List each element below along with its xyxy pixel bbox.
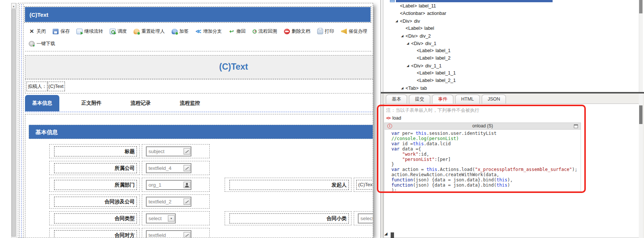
- tree-item-name: label_1_1: [435, 70, 456, 76]
- code-segment: "personList": [402, 157, 435, 162]
- maximize-icon[interactable]: [574, 124, 578, 128]
- tree-item-tag: <Label>: [417, 48, 434, 53]
- inspector-tab[interactable]: 基本: [386, 95, 407, 104]
- drafter-label[interactable]: 拟稿人：: [26, 82, 48, 91]
- code-segment: }: [391, 162, 394, 167]
- drafter-value[interactable]: (C)Text: [47, 82, 65, 91]
- select-input[interactable]: select: [358, 213, 373, 223]
- field-label-cell: 所属部门: [49, 178, 140, 192]
- tree-item[interactable]: <Div>div_1_1: [381, 62, 639, 69]
- tree-item[interactable]: <Label>label_1: [381, 47, 639, 54]
- text-input[interactable]: textfield_2: [146, 197, 191, 207]
- form-tab[interactable]: 流程监控: [173, 95, 207, 111]
- form-designer-screen: ▲ (C)Text 关闭保存继续流转调度重置处理人加签增加分支撤回流程回溯删除文…: [0, 0, 644, 238]
- tree-item-name: label_2: [435, 55, 450, 61]
- code-editor-header: onload (S): [384, 123, 581, 130]
- tree-item-tag: <Label>: [400, 3, 417, 9]
- tree-item-tag: <Div>: [411, 41, 423, 46]
- expand-icon[interactable]: [399, 32, 406, 40]
- tree-item-name: div_1_1: [425, 63, 442, 69]
- expand-icon[interactable]: [399, 84, 406, 92]
- code-editor-title: onload (S): [385, 123, 581, 129]
- field-label-cell: 合同涉及公司: [49, 194, 140, 209]
- code-segment: :id,: [418, 152, 429, 157]
- event-item-label: load: [392, 115, 401, 121]
- form-tab[interactable]: 基本信息: [25, 95, 59, 111]
- tree-item-name: div_2: [420, 34, 431, 39]
- tree-item[interactable]: <Label>label_2_1: [381, 77, 639, 84]
- form-field-row: 标题 subject: [25, 144, 373, 158]
- selection-dashed-border: [23, 4, 24, 238]
- form-tab[interactable]: 正文附件: [74, 95, 109, 111]
- code-segment: id =: [400, 141, 413, 146]
- inspector-tab[interactable]: HTML: [455, 95, 480, 104]
- tree-item[interactable]: <Label>label_1_1: [381, 69, 639, 77]
- ctext-label[interactable]: (C)Text: [356, 180, 373, 190]
- tree-scrollbar-thumb[interactable]: [639, 0, 643, 13]
- tree-item-name: label: [424, 26, 434, 31]
- tree-item[interactable]: <Label>label: [381, 25, 639, 32]
- field-value: textfield: [149, 232, 166, 238]
- code-line: //console.log(personList): [391, 136, 581, 142]
- field-input-cell: textfield: [142, 228, 210, 238]
- tree-item-tag: <Div>: [406, 34, 418, 39]
- org-input[interactable]: org_1: [146, 180, 191, 190]
- text-input[interactable]: textfield_4: [146, 163, 191, 173]
- tree-item-name: label_1: [435, 48, 450, 53]
- tree-item[interactable]: <Div>div_1: [381, 39, 639, 47]
- selection-dashed-border: [19, 4, 20, 238]
- document-title-label[interactable]: (C)Text: [25, 55, 373, 79]
- tree-item-tag: <Actionbar>: [400, 11, 425, 16]
- edit-icon: [184, 148, 190, 155]
- code-segment: function: [391, 183, 413, 188]
- tab-page-container: 基本信息 标题 subject: [25, 114, 373, 238]
- code-line: );: [391, 188, 581, 193]
- tree-item[interactable]: <Label>label_11: [381, 2, 639, 10]
- form-preview-window: (C)Text 关闭保存继续流转调度重置处理人加签增加分支撤回流程回溯删除文档打…: [18, 3, 373, 238]
- inspector-tab[interactable]: 事件: [432, 95, 453, 104]
- field-input-cell: org_1: [142, 178, 210, 192]
- code-editor-body[interactable]: var per= this.session.user.identityList/…: [384, 130, 581, 193]
- event-item-load[interactable]: load: [386, 115, 401, 121]
- field-label: 合同对方: [54, 230, 137, 238]
- tree-item[interactable]: <Div>div_2: [381, 32, 639, 39]
- inspector-tab[interactable]: JSON: [482, 95, 506, 104]
- code-line: }: [391, 162, 581, 167]
- code-segment: per=: [400, 131, 416, 136]
- tree-item-tag: <Div>: [411, 63, 423, 69]
- code-line: function(json) {data = json.data}.bind(t…: [391, 178, 581, 183]
- field-value: org_1: [149, 182, 162, 188]
- code-segment: "x_processplatform_assemble_surface": [475, 167, 572, 172]
- field-label-cell: 发起人: [225, 178, 351, 192]
- tree-item[interactable]: <Actionbar>actionbar: [381, 10, 639, 17]
- inspector-scrollbar-thumb[interactable]: [639, 105, 643, 124]
- form-tab[interactable]: 流程记录: [124, 95, 158, 111]
- inspector-tab[interactable]: 提交: [409, 95, 430, 104]
- element-tree: <Label>label_11<Actionbar>actionbar<Div>…: [381, 2, 639, 92]
- text-input[interactable]: subject: [146, 146, 191, 156]
- expand-icon[interactable]: [404, 39, 411, 47]
- scroll-up-icon[interactable]: ▲: [11, 3, 16, 9]
- form-canvas: (C)Text 拟稿人： (C)Text 基本信息正文附件流程记录流程监控 基本…: [25, 3, 373, 238]
- field-label: 合同小类: [229, 213, 349, 223]
- tree-scrollbar[interactable]: [639, 0, 643, 92]
- expand-icon[interactable]: [404, 62, 411, 70]
- tree-item-tag: <Label>: [417, 70, 434, 76]
- select-input[interactable]: select: [146, 213, 176, 223]
- tree-item-tag: <Label>: [417, 78, 434, 83]
- tree-item[interactable]: <Tab>tab: [381, 84, 639, 92]
- dropdown-icon[interactable]: [168, 215, 175, 222]
- tree-item-tag: <Label>: [417, 55, 434, 61]
- text-input[interactable]: textfield: [146, 230, 191, 238]
- tree-item[interactable]: <Div>div: [381, 17, 639, 25]
- tree-item-name: tab: [421, 86, 427, 91]
- person-icon: [184, 182, 190, 188]
- selected-element-border: [21, 4, 22, 238]
- tree-item[interactable]: <Label>label_2: [381, 54, 639, 62]
- field-label: 合同类型: [54, 213, 137, 223]
- code-segment: );: [391, 188, 397, 193]
- tab-underline: [25, 112, 373, 112]
- canvas-scrollbar-thumb[interactable]: [12, 9, 16, 237]
- form-field-row: 合同类型 select 合同小类: [25, 211, 373, 225]
- expand-icon[interactable]: [393, 17, 400, 25]
